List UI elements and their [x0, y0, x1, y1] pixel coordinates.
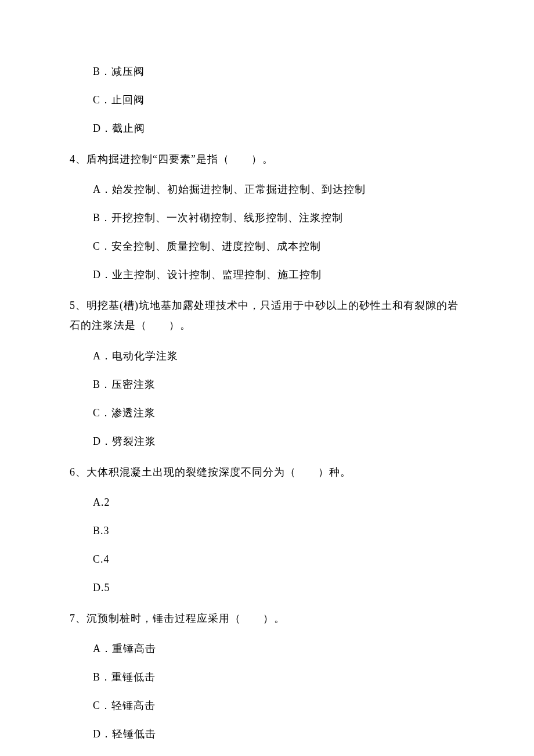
option-a: A．电动化学注浆 — [93, 348, 464, 364]
question-stem: 7、沉预制桩时，锤击过程应采用（ ）。 — [70, 609, 464, 628]
option-d: D.5 — [93, 580, 464, 596]
option-b: B.3 — [93, 523, 464, 539]
option-b: B．开挖控制、一次衬砌控制、线形控制、注浆控制 — [93, 210, 464, 226]
option-d: D．业主控制、设计控制、监理控制、施工控制 — [93, 267, 464, 283]
option-a: A．始发控制、初始掘进控制、正常掘进控制、到达控制 — [93, 182, 464, 197]
option-a: A.2 — [93, 495, 464, 510]
option-d: D．截止阀 — [93, 121, 464, 136]
question-stem: 6、大体积混凝土出现的裂缝按深度不同分为（ ）种。 — [70, 462, 464, 482]
option-b: B．压密注浆 — [93, 377, 464, 393]
option-a: A．重锤高击 — [93, 641, 464, 657]
document-page: B．减压阀 C．止回阀 D．截止阀 4、盾构掘进控制“四要素”是指（ ）。 A．… — [0, 0, 534, 756]
option-b: B．重锤低击 — [93, 669, 464, 685]
option-d: D．轻锤低击 — [93, 726, 464, 742]
option-c: C．轻锤高击 — [93, 698, 464, 714]
option-b: B．减压阀 — [93, 64, 464, 80]
option-d: D．劈裂注浆 — [93, 434, 464, 449]
option-c: C．渗透注浆 — [93, 405, 464, 421]
question-stem: 4、盾构掘进控制“四要素”是指（ ）。 — [70, 149, 464, 169]
question-stem: 5、明挖基(槽)坑地基加露处理技术中，只适用于中砂以上的砂性土和有裂隙的岩石的注… — [70, 296, 464, 335]
option-c: C．安全控制、质量控制、进度控制、成本控制 — [93, 239, 464, 254]
option-c: C．止回阀 — [93, 92, 464, 108]
option-c: C.4 — [93, 552, 464, 567]
